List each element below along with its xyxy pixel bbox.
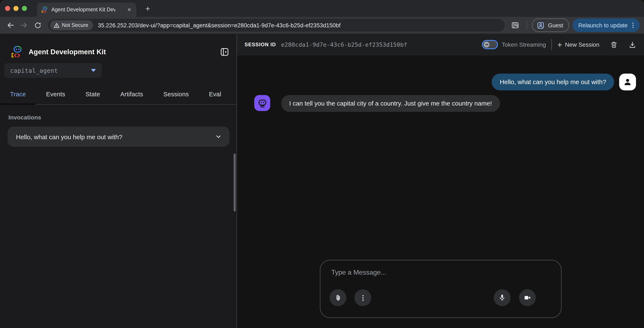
chevron-down-icon — [91, 69, 96, 72]
browser-window: Agent Development Kit Dev U ✕ + Not Secu… — [0, 0, 644, 328]
video-button[interactable] — [519, 289, 536, 306]
session-id-label: SESSION ID — [244, 42, 276, 47]
user-message-bubble: Hello, what can you help me out with? — [492, 74, 614, 90]
attach-file-button[interactable] — [330, 289, 346, 306]
sidebar-header: Agent Development Kit — [10, 44, 230, 59]
profile-button[interactable]: Guest — [532, 18, 569, 32]
new-session-label: New Session — [565, 41, 600, 48]
input-actions-right — [494, 289, 536, 306]
browser-tab[interactable]: Agent Development Kit Dev U ✕ — [37, 2, 136, 17]
session-bar-actions: Token Streaming + New Session — [482, 39, 636, 50]
robot-icon — [258, 98, 267, 108]
plus-icon: + — [557, 40, 562, 48]
download-icon — [628, 40, 636, 48]
invocation-item[interactable]: Hello, what can you help me out with? — [8, 127, 230, 147]
guest-avatar-icon — [537, 21, 545, 29]
collapse-panel-button[interactable] — [219, 47, 230, 57]
new-tab-button[interactable]: + — [142, 3, 153, 14]
message-input[interactable] — [331, 269, 551, 286]
forward-button[interactable] — [18, 19, 30, 31]
adk-logo — [10, 45, 23, 58]
sidebar-scrollbar-thumb[interactable] — [234, 153, 236, 212]
tab-trace[interactable]: Trace — [0, 84, 36, 104]
chat-panel: SESSION ID e280cda1-9d7e-43c6-b25d-ef235… — [237, 34, 644, 328]
more-options-button[interactable] — [354, 289, 371, 306]
paperclip-icon — [334, 293, 342, 302]
address-bar[interactable]: Not Secure 35.226.252.203/dev-ui/?app=ca… — [48, 19, 505, 31]
close-window-button[interactable] — [5, 6, 10, 11]
reload-button[interactable] — [31, 19, 44, 31]
export-session-button[interactable] — [628, 40, 636, 48]
trash-icon — [610, 40, 618, 48]
agent-select-value: capital_agent — [10, 67, 58, 74]
message-input-container — [320, 260, 562, 318]
tab-close-icon[interactable]: ✕ — [126, 6, 133, 13]
adk-app: Agent Development Kit capital_agent Trac… — [0, 34, 644, 328]
window-controls — [0, 6, 27, 11]
app-title: Agent Development Kit — [28, 48, 106, 56]
input-actions-left — [330, 289, 371, 306]
browser-tab-strip: Agent Development Kit Dev U ✕ + — [0, 0, 644, 17]
user-avatar — [619, 74, 636, 90]
invocation-text: Hello, what can you help me out with? — [16, 133, 122, 140]
delete-session-button[interactable] — [610, 40, 618, 48]
sidebar: Agent Development Kit capital_agent Trac… — [0, 34, 237, 328]
collapse-panel-icon — [220, 47, 229, 56]
assistant-message-bubble: I can tell you the capital city of a cou… — [281, 95, 500, 112]
tab-artifacts[interactable]: Artifacts — [110, 84, 153, 104]
tab-state[interactable]: State — [75, 84, 110, 104]
tab-events[interactable]: Events — [36, 84, 75, 104]
search-tabs-icon[interactable] — [509, 19, 522, 31]
tab-title-fade — [114, 5, 126, 14]
microphone-icon — [498, 294, 506, 302]
session-bar: SESSION ID e280cda1-9d7e-43c6-b25d-ef235… — [237, 34, 644, 55]
relaunch-button[interactable]: Relaunch to update — [572, 18, 640, 32]
relaunch-label: Relaunch to update — [578, 22, 628, 28]
video-camera-icon — [523, 294, 532, 302]
token-streaming-toggle[interactable] — [482, 40, 498, 49]
message-row-assistant: I can tell you the capital city of a cou… — [237, 95, 644, 112]
sidebar-tabs: Trace Events State Artifacts Sessions Ev… — [0, 84, 236, 105]
minimize-window-button[interactable] — [14, 6, 18, 11]
url-text: 35.226.252.203/dev-ui/?app=capital_agent… — [98, 22, 340, 28]
back-button[interactable] — [4, 19, 17, 31]
session-bar-divider — [552, 39, 552, 50]
new-session-button[interactable]: + New Session — [557, 40, 600, 48]
assistant-avatar — [254, 95, 270, 111]
kebab-menu-icon[interactable] — [629, 21, 637, 29]
adk-favicon — [41, 6, 48, 13]
tab-eval[interactable]: Eval — [199, 84, 231, 104]
chevron-down-icon[interactable] — [214, 132, 223, 141]
message-row-user: Hello, what can you help me out with? — [237, 74, 644, 90]
agent-select[interactable]: capital_agent — [4, 63, 102, 78]
tab-title: Agent Development Kit Dev U — [51, 7, 115, 12]
kebab-menu-icon — [359, 294, 367, 302]
security-chip[interactable]: Not Secure — [50, 20, 93, 30]
person-icon — [622, 77, 633, 87]
active-tab-indicator — [0, 103, 35, 105]
security-label: Not Secure — [62, 22, 88, 28]
profile-label: Guest — [548, 22, 563, 28]
browser-toolbar: Not Secure 35.226.252.203/dev-ui/?app=ca… — [0, 17, 644, 34]
toolbar-divider — [526, 21, 527, 29]
invocations-heading: Invocations — [8, 114, 236, 121]
toggle-thumb — [484, 42, 490, 47]
toolbar-right: Guest Relaunch to update — [509, 18, 640, 32]
token-streaming-label: Token Streaming — [502, 41, 546, 48]
tab-sessions[interactable]: Sessions — [153, 84, 199, 104]
microphone-button[interactable] — [494, 289, 510, 306]
warning-icon — [54, 22, 59, 28]
session-id-value: e280cda1-9d7e-43c6-b25d-ef2353d150bf — [281, 41, 407, 48]
zoom-window-button[interactable] — [22, 6, 27, 11]
